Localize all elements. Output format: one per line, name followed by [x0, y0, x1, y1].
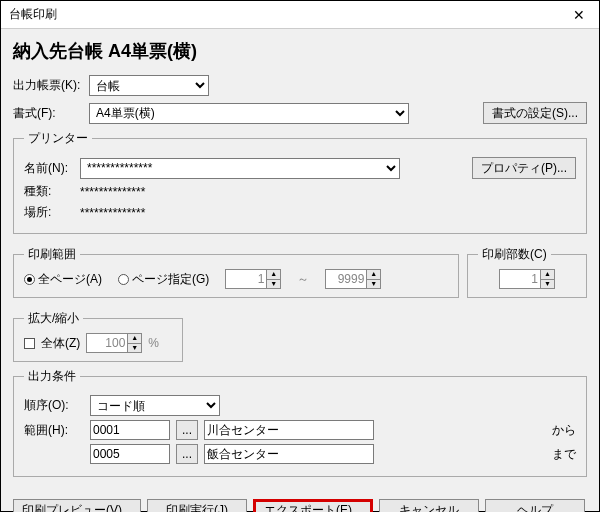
conditions-legend: 出力条件 — [24, 368, 80, 385]
titlebar: 台帳印刷 ✕ — [1, 1, 599, 29]
page-title: 納入先台帳 A4単票(横) — [13, 39, 587, 63]
range-from-code-input[interactable] — [90, 420, 170, 440]
range-to-code-input[interactable] — [90, 444, 170, 464]
copies-group: 印刷部数(C) ▲▼ — [467, 246, 587, 298]
print-range-legend: 印刷範囲 — [24, 246, 80, 263]
scale-group: 拡大/縮小 全体(Z) ▲▼ % — [13, 310, 183, 362]
radio-specify-pages[interactable]: ページ指定(G) — [118, 271, 209, 288]
printer-place-label: 場所: — [24, 204, 74, 221]
print-preview-button[interactable]: 印刷プレビュー(V)... — [13, 499, 141, 512]
copies-legend: 印刷部数(C) — [478, 246, 551, 263]
button-bar: 印刷プレビュー(V)... 印刷実行(J) エクスポート(E)... キャンセル… — [1, 493, 599, 512]
chevron-down-icon[interactable]: ▼ — [366, 279, 380, 288]
radio-icon — [24, 274, 35, 285]
range-to-browse-button[interactable]: ... — [176, 444, 198, 464]
scale-legend: 拡大/縮小 — [24, 310, 83, 327]
range-to-name-input[interactable] — [204, 444, 374, 464]
printer-kind-label: 種類: — [24, 183, 74, 200]
window-title: 台帳印刷 — [9, 6, 57, 23]
scale-whole-checkbox[interactable] — [24, 338, 35, 349]
range-to-suffix: まで — [546, 446, 576, 463]
chevron-up-icon[interactable]: ▲ — [366, 270, 380, 279]
page-from-stepper[interactable]: ▲▼ — [225, 269, 281, 289]
range-from-browse-button[interactable]: ... — [176, 420, 198, 440]
printer-group: プリンター 名前(N): ************** プロパティ(P)... … — [13, 130, 587, 234]
order-label: 順序(O): — [24, 397, 84, 414]
page-to-stepper[interactable]: ▲▼ — [325, 269, 381, 289]
printer-place-value: ************** — [80, 206, 145, 220]
range-separator: ～ — [297, 271, 309, 288]
printer-kind-value: ************** — [80, 185, 145, 199]
print-execute-button[interactable]: 印刷実行(J) — [147, 499, 247, 512]
export-button[interactable]: エクスポート(E)... — [253, 499, 373, 512]
radio-all-pages[interactable]: 全ページ(A) — [24, 271, 102, 288]
chevron-down-icon[interactable]: ▼ — [266, 279, 280, 288]
scale-unit: % — [148, 336, 159, 350]
range-label: 範囲(H): — [24, 422, 84, 439]
print-range-group: 印刷範囲 全ページ(A) ページ指定(G) ▲▼ ～ — [13, 246, 459, 298]
range-from-name-input[interactable] — [204, 420, 374, 440]
order-select[interactable]: コード順 — [90, 395, 220, 416]
format-label: 書式(F): — [13, 105, 83, 122]
format-select[interactable]: A4単票(横) — [89, 103, 409, 124]
close-icon[interactable]: ✕ — [567, 7, 591, 23]
format-settings-button[interactable]: 書式の設定(S)... — [483, 102, 587, 124]
scale-stepper[interactable]: ▲▼ — [86, 333, 142, 353]
output-form-select[interactable]: 台帳 — [89, 75, 209, 96]
chevron-up-icon[interactable]: ▲ — [266, 270, 280, 279]
radio-icon — [118, 274, 129, 285]
range-from-suffix: から — [546, 422, 576, 439]
cancel-button[interactable]: キャンセル — [379, 499, 479, 512]
printer-name-select[interactable]: ************** — [80, 158, 400, 179]
output-form-label: 出力帳票(K): — [13, 77, 83, 94]
copies-stepper[interactable]: ▲▼ — [499, 269, 555, 289]
printer-legend: プリンター — [24, 130, 92, 147]
chevron-up-icon[interactable]: ▲ — [540, 270, 554, 279]
printer-name-label: 名前(N): — [24, 160, 74, 177]
printer-property-button[interactable]: プロパティ(P)... — [472, 157, 576, 179]
scale-whole-label: 全体(Z) — [41, 335, 80, 352]
chevron-down-icon[interactable]: ▼ — [127, 343, 141, 352]
chevron-up-icon[interactable]: ▲ — [127, 334, 141, 343]
dialog-window: 台帳印刷 ✕ 納入先台帳 A4単票(横) 出力帳票(K): 台帳 書式(F): … — [0, 0, 600, 512]
content-area: 納入先台帳 A4単票(横) 出力帳票(K): 台帳 書式(F): A4単票(横)… — [1, 29, 599, 493]
chevron-down-icon[interactable]: ▼ — [540, 279, 554, 288]
conditions-group: 出力条件 順序(O): コード順 範囲(H): ... から ... — [13, 368, 587, 477]
help-button[interactable]: ヘルプ — [485, 499, 585, 512]
